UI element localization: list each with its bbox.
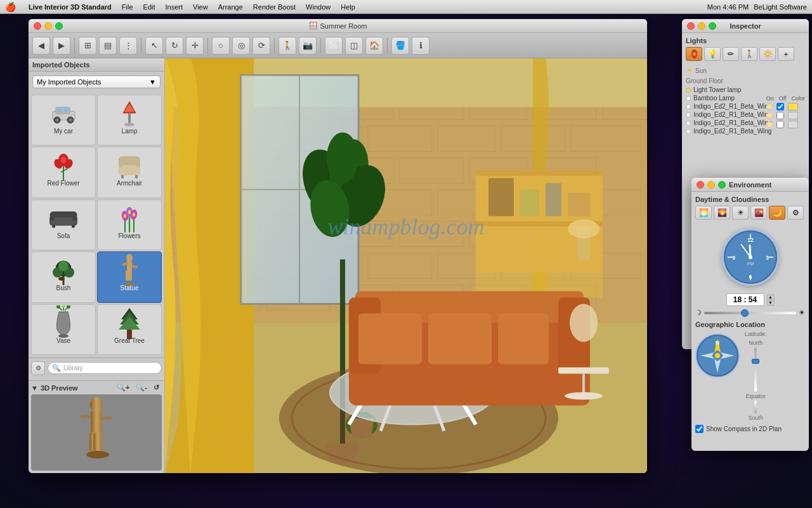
walls-button[interactable]: ▤ — [99, 37, 117, 55]
menu-render[interactable]: Render Boost — [248, 3, 301, 11]
night-btn[interactable]: 🌙 — [769, 206, 785, 220]
object-red-flower[interactable]: Red Flower — [31, 147, 96, 197]
object-my-car[interactable]: My car — [31, 95, 96, 145]
light-on-checkbox-2[interactable] — [776, 112, 784, 119]
pointer-tool[interactable]: ↖ — [145, 37, 163, 55]
window-maximize-button[interactable] — [55, 22, 63, 30]
inspector-close-button[interactable] — [687, 22, 695, 30]
person-tool[interactable]: 🚶 — [278, 37, 296, 55]
info-button[interactable]: ℹ — [412, 37, 429, 55]
app-name[interactable]: Live Interior 3D Standard — [23, 3, 117, 11]
toolbar-separator-3 — [207, 38, 208, 53]
circle-tool[interactable]: ○ — [212, 37, 230, 55]
brightness-slider[interactable]: ☽ ☀ — [695, 309, 805, 317]
library-search[interactable]: 🔍 Library — [48, 362, 162, 374]
zoom-in-button[interactable]: 🔍+ — [114, 384, 132, 392]
menu-insert[interactable]: Insert — [160, 3, 188, 11]
svg-rect-21 — [120, 156, 139, 165]
color-swatch-2[interactable] — [788, 112, 798, 119]
object-bush[interactable]: Bush — [31, 251, 96, 302]
geographic-section: Geographic Location N — [695, 321, 805, 433]
menu-help[interactable]: Help — [336, 3, 360, 11]
zoom-out-button[interactable]: 🔍- — [133, 384, 150, 392]
latitude-slider-track[interactable] — [754, 347, 757, 392]
light-dot-4 — [686, 121, 691, 126]
noon-btn[interactable]: ☀ — [732, 206, 749, 220]
main-content-area: Imported Objects My Imported Objects ▼ — [29, 58, 647, 473]
object-flowers[interactable]: Flowers — [97, 199, 162, 250]
zoom-reset-button[interactable]: ↺ — [151, 384, 162, 392]
pan-tool[interactable]: ✛ — [186, 37, 204, 55]
window-minimize-button[interactable] — [44, 22, 52, 30]
figure-icon-btn[interactable]: 🚶 — [741, 47, 757, 61]
menu-view[interactable]: View — [188, 3, 213, 11]
show-compass-checkbox[interactable] — [695, 425, 704, 433]
objects-dropdown[interactable]: My Imported Objects ▼ — [32, 76, 160, 88]
morning-btn[interactable]: 🌄 — [714, 206, 730, 220]
env-maximize-button[interactable] — [718, 181, 726, 189]
photo-button[interactable]: 📷 — [299, 37, 317, 55]
camera-tool[interactable]: ⟳ — [252, 37, 270, 55]
clock-wrapper: 12 3 6 9 PM — [695, 224, 805, 291]
window-title: 🪟 Summer Room — [309, 22, 367, 30]
brightness-thumb[interactable] — [741, 309, 749, 317]
2d-view-button[interactable]: ◫ — [345, 37, 363, 55]
3d-view-button[interactable]: ⬜ — [325, 37, 343, 55]
bulb-icon-btn[interactable]: 💡 — [704, 47, 721, 61]
apple-menu[interactable]: 🍎 — [5, 2, 16, 12]
lamp-icon-btn[interactable]: 🏮 — [686, 47, 702, 61]
edit-icon-btn[interactable]: ✏ — [723, 47, 739, 61]
env-minimize-button[interactable] — [707, 181, 715, 189]
color-swatch-1[interactable] — [788, 103, 798, 110]
settings-gear-button[interactable]: ⚙ — [31, 361, 45, 375]
inspector-titlebar: Inspector — [682, 19, 809, 33]
object-lamp[interactable]: Lamp — [97, 95, 162, 145]
evening-btn[interactable]: 🌇 — [750, 206, 767, 220]
grid-button[interactable]: ⋮ — [119, 37, 137, 55]
preview-header[interactable]: ▼ 3D Preview 🔍+ 🔍- ↺ — [31, 384, 162, 392]
plus-icon-btn[interactable]: ＋ — [778, 47, 794, 61]
off-label: Off — [779, 95, 787, 102]
rotate-tool[interactable]: ↻ — [166, 37, 183, 55]
forward-button[interactable]: ▶ — [53, 37, 70, 55]
dawn-btn[interactable]: 🌅 — [695, 206, 712, 220]
env-close-button[interactable] — [697, 181, 704, 189]
inspector-body: Lights 🏮 💡 ✏ 🚶 🔆 ＋ ☀ Sun Ground Floor Li… — [682, 33, 809, 139]
svg-point-63 — [90, 397, 103, 412]
back-button[interactable]: ◀ — [32, 37, 50, 55]
light-on-checkbox-3[interactable] — [776, 121, 784, 128]
sun-item[interactable]: ☀ Sun — [686, 65, 805, 76]
inspector-maximize-button[interactable] — [709, 22, 716, 30]
brightness-track[interactable] — [704, 312, 796, 314]
latitude-slider-thumb[interactable] — [752, 359, 759, 364]
color-swatch-3[interactable] — [788, 121, 798, 128]
menu-edit[interactable]: Edit — [138, 3, 160, 11]
menu-arrange[interactable]: Arrange — [213, 3, 248, 11]
bulb2-icon-btn[interactable]: 🔆 — [759, 47, 776, 61]
object-armchair[interactable]: Armchair — [97, 147, 162, 197]
window-close-button[interactable] — [34, 22, 41, 30]
svg-point-16 — [61, 157, 66, 163]
latitude-label: Latitude: — [745, 331, 767, 337]
object-sofa[interactable]: Sofa — [31, 199, 96, 250]
custom-time-btn[interactable]: ⚙ — [787, 206, 804, 220]
materials-button[interactable]: 🪣 — [391, 37, 409, 55]
object-statue[interactable]: Statue — [97, 251, 162, 302]
inspector-minimize-button[interactable] — [698, 22, 705, 30]
canvas-area[interactable]: winampblog.com — [165, 58, 647, 473]
measure-tool[interactable]: ◎ — [232, 37, 250, 55]
time-decrement-button[interactable]: ▼ — [767, 300, 775, 305]
main-window: 🪟 Summer Room ◀ ▶ ⊞ ▤ ⋮ ↖ ↻ ✛ ○ ◎ ⟳ — [29, 19, 647, 473]
time-increment-button[interactable]: ▲ — [767, 295, 775, 300]
inspector-traffic-lights — [687, 22, 716, 30]
menu-window[interactable]: Window — [301, 3, 336, 11]
object-vase[interactable]: Vase — [31, 304, 96, 355]
menu-file[interactable]: File — [117, 3, 138, 11]
home-button[interactable]: 🏠 — [365, 37, 383, 55]
svg-rect-22 — [121, 175, 124, 178]
light-on-checkbox-1[interactable] — [776, 103, 784, 110]
object-great-tree[interactable]: Great Tree — [97, 304, 162, 355]
light-item-0[interactable]: Light Tower lamp — [686, 86, 805, 94]
floor-plan-button[interactable]: ⊞ — [79, 37, 96, 55]
time-field[interactable] — [726, 293, 764, 306]
